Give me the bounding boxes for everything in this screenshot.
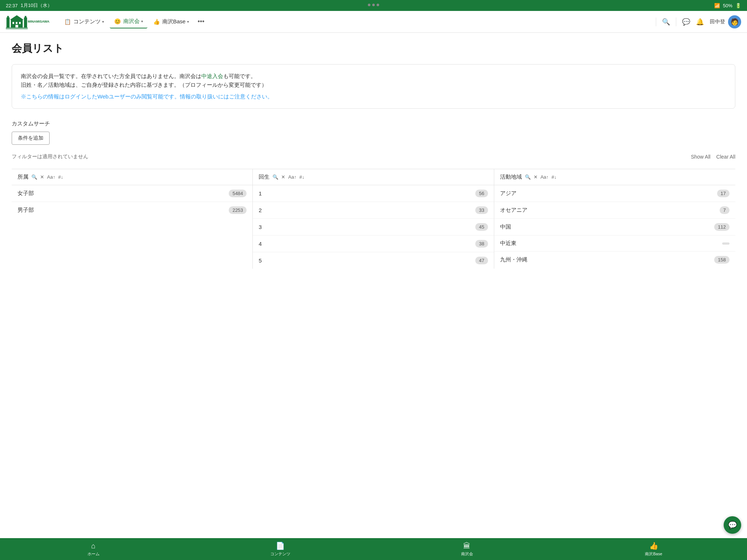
message-icon[interactable]: 💬 [682,18,690,26]
item-label: 1 [259,190,475,197]
clear-all-button[interactable]: Clear All [716,154,735,160]
item-label: 5 [259,257,475,264]
column-filters: 所属 🔍 ✕ Aa↑ #↓ 女子部 5484 男子部 2253 回生 [12,169,735,269]
item-label: アジア [500,190,717,197]
list-item[interactable]: 九州・沖縄 158 [494,252,735,268]
item-count: 17 [717,190,729,197]
info-paragraph-1: 南沢会の会員一覧です。在学されていた方全員ではありません。南沢会は中途入会も可能… [21,72,726,81]
list-item[interactable]: 中近東 [494,236,735,252]
divider-2 [676,18,676,26]
column-affiliation-header: 所属 🔍 ✕ Aa↑ #↓ [12,169,252,185]
list-item[interactable]: 中国 112 [494,219,735,236]
list-item[interactable]: 男子部 2253 [12,202,252,218]
svg-rect-2 [7,16,9,18]
item-label: 4 [259,241,475,247]
item-label: 男子部 [18,207,229,214]
item-label: 九州・沖縄 [500,256,715,263]
info-text-2: も可能です。 [223,73,256,79]
battery-text: 50% [723,3,732,8]
col-search-icon[interactable]: 🔍 [31,174,37,180]
item-count: 47 [475,257,488,264]
item-label: オセアニア [500,207,720,214]
home-icon: ⌂ [91,542,96,550]
avatar[interactable]: 🧑 [728,15,741,28]
nav-items: 📋 コンテンツ ▾ 😊 南沢会 ▾ 👍 南沢Base ▾ ••• [60,15,653,28]
column-grade-header: 回生 🔍 ✕ Aa↑ #↓ [253,169,494,185]
col-region-items: アジア 17 オセアニア 7 中国 112 中近東 九州・沖縄 158 [494,185,735,268]
col-sort-alpha-icon[interactable]: Aa↑ [47,174,55,180]
item-count: 158 [714,256,729,264]
item-label: 2 [259,207,475,213]
show-all-button[interactable]: Show All [691,154,711,160]
item-count: 33 [475,206,488,214]
col-search-icon-2[interactable]: 🔍 [272,174,278,180]
svg-rect-3 [24,18,27,28]
chat-bubble[interactable]: 💬 [724,516,741,534]
bottom-nav-nanazawakai[interactable]: 🏛 南沢会 [374,538,560,560]
filter-status-text: フィルターは適用されていません [12,153,88,160]
col-sort-alpha-icon-3[interactable]: Aa↑ [541,174,549,180]
bottom-nav-nanazawabase[interactable]: 👍 南沢Base [560,538,747,560]
add-condition-button[interactable]: 条件を追加 [12,132,50,145]
list-item[interactable]: 4 38 [253,236,494,252]
nav-item-nanazawakai[interactable]: 😊 南沢会 ▾ [110,15,147,28]
item-label: 3 [259,224,475,230]
list-item[interactable]: 2 33 [253,202,494,219]
nav-item-nanazawabase[interactable]: 👍 南沢Base ▾ [149,15,193,28]
info-link[interactable]: 中途入会 [201,73,223,79]
list-item[interactable]: 1 56 [253,185,494,202]
svg-rect-9 [19,22,21,24]
search-section: カスタムサーチ 条件を追加 [12,120,735,145]
col-affiliation-title: 所属 [18,174,28,180]
chevron-down-icon-3: ▾ [187,20,189,24]
item-count: 2253 [229,206,247,214]
col-sort-alpha-icon-2[interactable]: Aa↑ [288,174,296,180]
col-close-icon-3[interactable]: ✕ [534,174,538,180]
svg-rect-4 [25,16,26,18]
item-count: 112 [714,223,729,231]
status-bar: 22:37 1月10日（水） 📶 50% 🔋 [0,0,747,11]
more-options-icon[interactable]: ••• [195,15,208,28]
chat-icon: 💬 [728,521,737,529]
bottom-nav-contents[interactable]: 📄 コンテンツ [187,538,374,560]
info-text-1: 南沢会の会員一覧です。在学されていた方全員ではありません。南沢会は [21,73,201,79]
date: 1月10日（水） [21,2,53,9]
list-item[interactable]: 3 45 [253,219,494,236]
col-grade-items: 1 56 2 33 3 45 4 38 5 47 [253,185,494,269]
main-content: 会員リスト 南沢会の会員一覧です。在学されていた方全員ではありません。南沢会は中… [0,33,747,538]
col-region-title: 活動地域 [500,174,522,180]
logo-area[interactable]: MINAMISAWA [6,15,50,29]
col-sort-num-icon-3[interactable]: #↓ [551,174,557,180]
list-item[interactable]: オセアニア 7 [494,202,735,219]
search-icon[interactable]: 🔍 [662,18,670,26]
logo-icon [6,15,28,29]
item-count: 38 [475,240,488,248]
item-count: 45 [475,223,488,231]
item-count: 56 [475,190,488,197]
column-affiliation: 所属 🔍 ✕ Aa↑ #↓ 女子部 5484 男子部 2253 [12,169,253,269]
nav-icons: 🔍 💬 🔔 田中登 🧑 [656,15,741,28]
col-grade-title: 回生 [259,174,270,180]
bottom-nav: ⌂ ホーム 📄 コンテンツ 🏛 南沢会 👍 南沢Base [0,538,747,560]
user-area: 田中登 🧑 [710,15,741,28]
bell-icon[interactable]: 🔔 [696,18,704,26]
item-label: 中国 [500,223,715,230]
col-sort-num-icon[interactable]: #↓ [58,174,63,180]
list-item[interactable]: アジア 17 [494,185,735,202]
item-count: 5484 [229,190,247,197]
col-close-icon[interactable]: ✕ [40,174,44,180]
col-sort-num-icon-2[interactable]: #↓ [299,174,305,180]
list-item[interactable]: 女子部 5484 [12,185,252,202]
nav-nanazawakai-label: 南沢会 [123,18,140,25]
time: 22:37 [6,3,18,8]
col-search-icon-3[interactable]: 🔍 [525,174,531,180]
bottom-nav-home-label: ホーム [88,551,100,557]
nav-contents-label: コンテンツ [73,18,101,25]
svg-rect-8 [16,22,18,24]
svg-marker-6 [10,15,23,20]
filter-actions: Show All Clear All [691,154,735,160]
nav-item-contents[interactable]: 📋 コンテンツ ▾ [60,15,108,28]
bottom-nav-home[interactable]: ⌂ ホーム [0,538,187,560]
col-close-icon-2[interactable]: ✕ [281,174,285,180]
list-item[interactable]: 5 47 [253,252,494,269]
